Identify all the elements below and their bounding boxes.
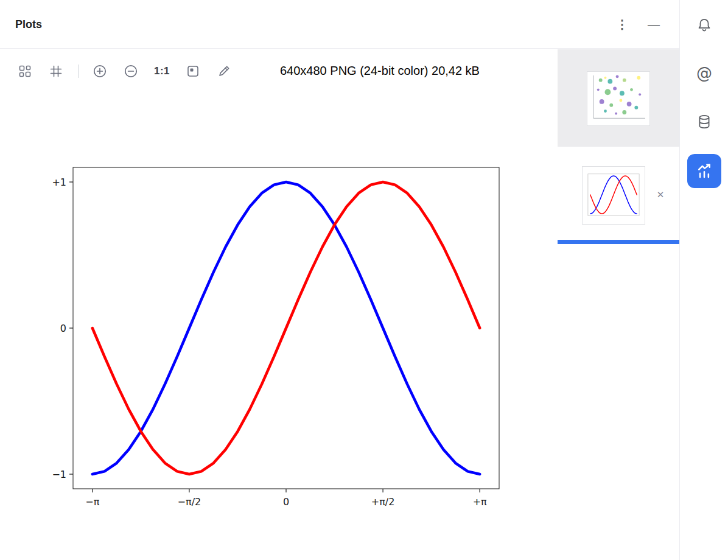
ai-assistant-button[interactable]: @ <box>695 63 714 83</box>
gallery-view-button[interactable] <box>16 62 34 80</box>
sine-cosine-thumbnail[interactable] <box>582 166 645 225</box>
svg-text:−1: −1 <box>52 469 66 480</box>
right-tool-strip: @ <box>679 0 728 560</box>
scatter-thumbnail[interactable] <box>587 71 650 126</box>
sine-cosine-chart: −π−π/20+π/2+π+10−1 <box>33 151 508 516</box>
fit-to-window-icon <box>186 64 200 79</box>
svg-text:0: 0 <box>60 323 66 334</box>
minimize-icon: — <box>648 18 660 32</box>
pencil-icon <box>217 64 231 79</box>
zoom-in-button[interactable] <box>91 62 109 80</box>
plots-tool-button-active[interactable] <box>687 154 721 188</box>
close-plot-button[interactable]: ✕ <box>654 188 667 201</box>
zoom-out-icon <box>123 63 139 79</box>
actual-size-label: 1:1 <box>154 65 170 77</box>
gallery-icon <box>18 64 32 79</box>
selected-plot-indicator <box>558 240 679 244</box>
svg-text:+1: +1 <box>52 177 66 188</box>
svg-text:0: 0 <box>283 496 289 508</box>
svg-text:−π: −π <box>85 496 99 508</box>
plots-panel-header: Plots ⋮ — <box>0 0 679 49</box>
actual-size-button[interactable]: 1:1 <box>153 62 171 80</box>
mention-icon: @ <box>696 64 712 82</box>
database-button[interactable] <box>695 112 714 131</box>
database-icon <box>696 114 712 130</box>
zoom-out-button[interactable] <box>122 62 140 80</box>
panel-title: Plots <box>15 0 42 49</box>
bell-icon <box>696 17 712 33</box>
svg-text:+π: +π <box>473 496 487 508</box>
chart-icon <box>695 162 713 180</box>
plots-thumbnail-list: ✕ <box>558 49 679 560</box>
zoom-in-icon <box>92 63 108 79</box>
minimize-button[interactable]: — <box>645 16 662 33</box>
crop-frame-button[interactable] <box>47 62 65 80</box>
more-options-button[interactable]: ⋮ <box>614 16 631 33</box>
edit-plot-button[interactable] <box>215 62 233 80</box>
thumbnail-item-sine-cosine[interactable]: ✕ <box>558 147 679 244</box>
plot-canvas-area: −π−π/20+π/2+π+10−1 <box>0 93 558 560</box>
crop-frame-icon <box>49 64 63 79</box>
kebab-menu-icon: ⋮ <box>616 17 628 32</box>
close-icon: ✕ <box>657 189 665 200</box>
image-info-text: 640x480 PNG (24-bit color) 20,42 kB <box>280 64 480 78</box>
notifications-button[interactable] <box>695 15 714 35</box>
svg-text:+π/2: +π/2 <box>371 496 395 508</box>
plots-toolbar: 1:1 640x480 PNG (24-bit color) 20,42 kB <box>0 49 558 93</box>
thumbnail-item-scatter[interactable] <box>558 49 679 147</box>
fit-to-window-button[interactable] <box>184 62 202 80</box>
toolbar-divider <box>78 65 79 78</box>
svg-text:−π/2: −π/2 <box>178 496 201 508</box>
